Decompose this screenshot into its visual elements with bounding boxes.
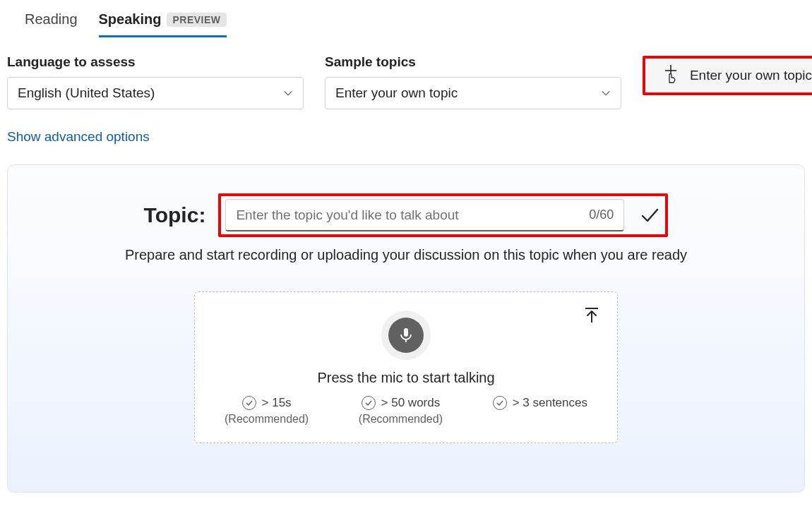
plus-icon [660, 65, 681, 86]
controls-row: Language to assess English (United State… [7, 54, 805, 109]
upload-button[interactable] [582, 305, 602, 325]
topic-subtitle: Prepare and start recording or uploading… [22, 247, 790, 263]
enter-own-topic-label: Enter your own topic [690, 68, 812, 83]
topic-label: Topic: [144, 203, 206, 227]
req1-sub: (Recommended) [225, 413, 309, 426]
sample-label: Sample topics [325, 54, 621, 70]
tab-speaking[interactable]: Speaking PREVIEW [99, 7, 227, 35]
show-advanced-options-link[interactable]: Show advanced options [7, 129, 150, 145]
mic-caption: Press the mic to start talking [220, 370, 592, 386]
tabs-bar: Reading Speaking PREVIEW [7, 7, 805, 35]
tab-reading[interactable]: Reading [25, 7, 78, 35]
check-circle-icon [493, 396, 507, 410]
topic-input-highlight: 0/60 [218, 193, 668, 237]
language-value: English (United States) [18, 85, 155, 101]
mic-inner [388, 318, 424, 353]
req2-sub: (Recommended) [359, 413, 443, 426]
cursor-hand-icon [669, 74, 675, 83]
svg-rect-4 [404, 328, 408, 337]
requirement-duration: > 15s (Recommended) [225, 396, 309, 426]
mic-icon [398, 327, 414, 344]
language-group: Language to assess English (United State… [7, 54, 304, 109]
req3-text: > 3 sentences [513, 396, 587, 410]
recording-card: Press the mic to start talking > 15s (Re… [194, 291, 618, 443]
check-icon [639, 205, 660, 226]
sample-topics-dropdown[interactable]: Enter your own topic [325, 77, 621, 109]
topic-row: Topic: 0/60 [22, 193, 790, 237]
advanced-link-label: Show advanced options [7, 129, 150, 144]
upload-icon [583, 306, 601, 324]
requirement-sentences: > 3 sentences [493, 396, 587, 426]
requirement-words: > 50 words (Recommended) [359, 396, 443, 426]
req3-sub [539, 413, 542, 426]
confirm-topic-button[interactable] [638, 204, 661, 227]
chevron-down-icon [601, 88, 611, 98]
requirements-row: > 15s (Recommended) > 50 words (Recommen… [220, 396, 592, 426]
language-dropdown[interactable]: English (United States) [7, 77, 304, 109]
topic-text-input[interactable] [236, 207, 582, 223]
check-circle-icon [242, 396, 256, 410]
language-label: Language to assess [7, 54, 304, 70]
topic-counter: 0/60 [589, 207, 614, 222]
main-card: Topic: 0/60 Prepare and start recording … [7, 164, 805, 493]
chevron-down-icon [283, 88, 293, 98]
req2-text: > 50 words [381, 396, 441, 410]
topic-input-field[interactable]: 0/60 [225, 199, 624, 231]
sample-group: Sample topics Enter your own topic [325, 54, 621, 109]
check-circle-icon [362, 396, 376, 410]
tab-reading-label: Reading [25, 11, 78, 28]
mic-button[interactable] [381, 311, 431, 360]
enter-own-topic-button[interactable]: Enter your own topic [643, 56, 812, 95]
tab-speaking-label: Speaking [99, 11, 162, 28]
sample-value: Enter your own topic [335, 85, 458, 101]
preview-badge: PREVIEW [167, 13, 226, 27]
req1-text: > 15s [262, 396, 292, 410]
